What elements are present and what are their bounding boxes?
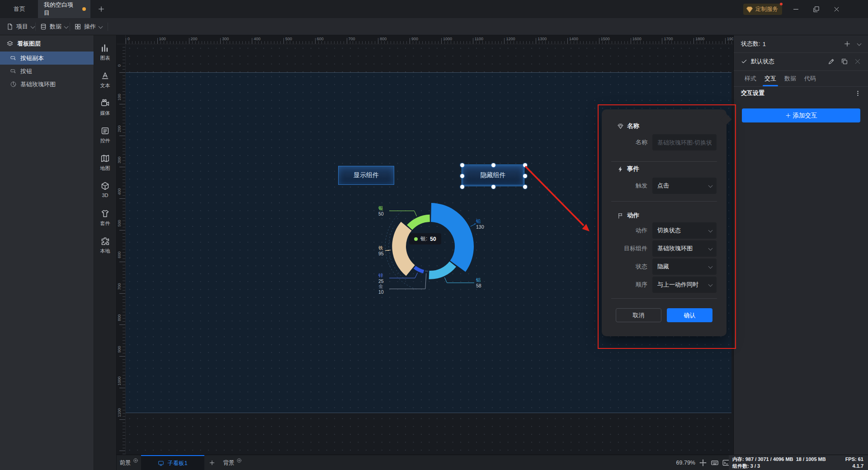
- chart-slice-锌[interactable]: [414, 266, 424, 273]
- ruler-label: 0: [127, 37, 130, 41]
- toolbox-item-map[interactable]: 地图: [94, 151, 116, 179]
- background-button[interactable]: 背景: [220, 455, 245, 470]
- add-state-button[interactable]: [844, 40, 851, 47]
- state-count-value: 1: [763, 41, 766, 47]
- tooltip-value: 50: [430, 236, 436, 242]
- maximize-button[interactable]: [807, 0, 825, 18]
- version-label: 4.1.7: [853, 463, 863, 470]
- interaction-dialog: 名称 名称 事件 触发点击 动作 动作切换状态目标组件基础玫瑰环图状态隐藏顺序与…: [602, 109, 726, 336]
- state-row: 状态隐藏: [602, 258, 726, 275]
- default-state-row[interactable]: 默认状态: [734, 52, 868, 70]
- duplicate-state-button[interactable]: [841, 58, 848, 65]
- order-value: 与上一动作同时: [657, 281, 698, 289]
- fit-view-icon[interactable]: [699, 459, 707, 467]
- trigger-row: 触发点击: [602, 178, 726, 194]
- plus-icon: [785, 113, 791, 118]
- chart-label-name: 锌: [378, 273, 383, 278]
- chevron-down-icon: [64, 25, 68, 29]
- cancel-button[interactable]: 取消: [616, 308, 661, 322]
- tab-code-label: 代码: [804, 75, 816, 83]
- action-label: 动作: [636, 222, 647, 239]
- chevron-down-icon[interactable]: [857, 42, 861, 46]
- minimize-button[interactable]: [787, 0, 804, 18]
- confirm-button[interactable]: 确认: [667, 308, 712, 322]
- tab-interaction[interactable]: 交互: [764, 71, 776, 86]
- tab-home[interactable]: 首页: [6, 0, 33, 18]
- tab-project[interactable]: 我的空白项目: [38, 0, 90, 18]
- toolbox-item-media[interactable]: 媒体: [94, 96, 116, 123]
- tab-data[interactable]: 数据: [784, 71, 796, 86]
- ruler-label: 1100: [117, 406, 122, 419]
- action-select[interactable]: 切换状态: [652, 222, 717, 239]
- chart-label-value: 95: [378, 251, 384, 256]
- toolbox-item-kit[interactable]: 套件: [94, 206, 116, 234]
- chart-slice-银[interactable]: [407, 215, 430, 230]
- subboard-tab[interactable]: 子看板1: [141, 455, 204, 470]
- menu-data-label: 数据: [50, 23, 61, 31]
- target-select[interactable]: 基础玫瑰环图: [652, 240, 717, 257]
- toolbox-item-chart[interactable]: 图表: [94, 41, 116, 68]
- tab-data-label: 数据: [784, 75, 796, 83]
- subboard-tab-label: 子看板1: [167, 460, 187, 467]
- ruler-label: 200: [117, 122, 122, 136]
- layer-item-rose-chart[interactable]: 基础玫瑰环图: [0, 78, 94, 91]
- rose-donut-chart[interactable]: 银50铁95锌25金10铅130铝58: [366, 194, 502, 312]
- keyboard-shortcuts-icon[interactable]: [711, 459, 719, 467]
- chart-slice-金[interactable]: [425, 270, 429, 272]
- toolbox-item-local[interactable]: 本地: [94, 234, 116, 261]
- kebab-menu-icon[interactable]: [854, 90, 861, 97]
- chart-slice-铁[interactable]: [392, 222, 415, 276]
- order-select[interactable]: 与上一动作同时: [652, 277, 717, 293]
- ruler-label: 100: [159, 37, 166, 41]
- new-tab-button[interactable]: [93, 0, 109, 18]
- trigger-label: 触发: [636, 178, 647, 194]
- zoom-level[interactable]: 69.79%: [664, 455, 695, 470]
- add-interaction-button[interactable]: 添加交互: [742, 108, 860, 122]
- trigger-select[interactable]: 点击: [652, 178, 717, 194]
- button-icon: [10, 68, 17, 75]
- action-value: 切换状态: [657, 226, 681, 235]
- ruler-label: 400: [117, 185, 122, 198]
- custom-service-label: 定制服务: [755, 5, 778, 13]
- memory-status: 内存: 987 / 3071 / 4096 MB 18 / 1005 MB: [732, 456, 826, 463]
- chart-label-value: 10: [378, 289, 384, 295]
- menu-project[interactable]: 项目: [6, 18, 35, 35]
- layer-item-label: 基础玫瑰环图: [20, 80, 56, 89]
- close-button[interactable]: [828, 0, 845, 18]
- chart-label-value: 130: [476, 224, 484, 230]
- chart-slice-铝[interactable]: [429, 262, 456, 279]
- state-select[interactable]: 隐藏: [652, 258, 717, 275]
- layers-icon: [6, 40, 14, 47]
- grid-icon: [74, 23, 81, 30]
- section-title-action: 动作: [627, 212, 639, 220]
- edit-state-button[interactable]: [828, 58, 835, 65]
- menu-separator: [70, 23, 70, 31]
- status-block: 内存: 987 / 3071 / 4096 MB 18 / 1005 MB FP…: [729, 455, 868, 470]
- custom-service-badge[interactable]: 定制服务: [743, 4, 782, 15]
- menu-data[interactable]: 数据: [40, 18, 68, 35]
- ruler-label: 500: [117, 216, 122, 230]
- foreground-label: 前景: [120, 459, 131, 467]
- toolbox-item-widget[interactable]: 控件: [94, 123, 116, 151]
- toolbox-item-3d[interactable]: 3D: [94, 179, 116, 206]
- foreground-button[interactable]: 前景: [117, 455, 141, 470]
- show-component-button[interactable]: 显示组件: [338, 166, 394, 185]
- hide-component-button[interactable]: 隐藏组件: [462, 165, 524, 185]
- name-input[interactable]: [652, 134, 717, 150]
- chart-label-name: 铝: [476, 277, 481, 282]
- text-icon: [100, 71, 110, 80]
- tab-interaction-label: 交互: [764, 75, 776, 83]
- layer-item-button[interactable]: 按钮: [0, 65, 94, 78]
- tab-style[interactable]: 样式: [745, 71, 756, 86]
- chart-label-name: 金: [378, 283, 383, 289]
- tab-code[interactable]: 代码: [804, 71, 816, 86]
- menu-separator: [35, 23, 36, 31]
- section-title-name: 名称: [627, 122, 639, 130]
- menu-operation[interactable]: 操作: [74, 18, 103, 35]
- state-label: 状态: [636, 258, 647, 275]
- tab-project-label: 我的空白项目: [44, 1, 79, 17]
- delete-state-button[interactable]: [854, 58, 861, 65]
- add-subboard-button[interactable]: [204, 455, 220, 470]
- layer-item-button-copy[interactable]: 按钮副本: [0, 52, 94, 65]
- toolbox-item-text[interactable]: 文本: [94, 68, 116, 96]
